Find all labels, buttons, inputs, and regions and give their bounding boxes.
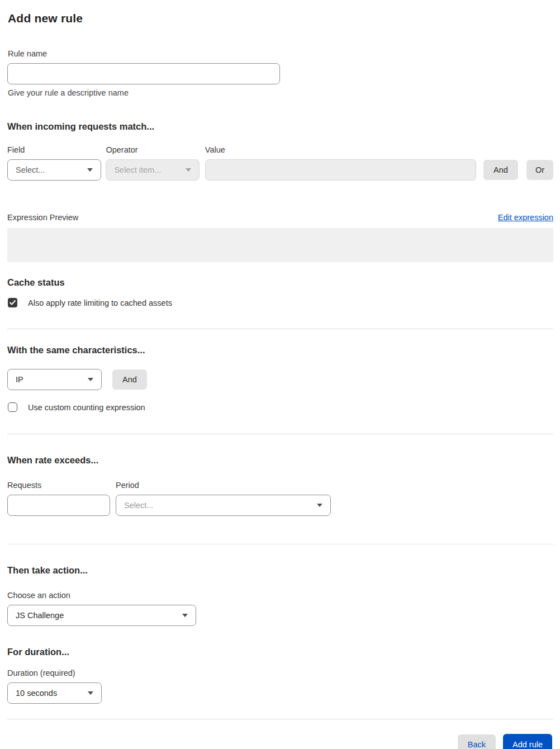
value-label: Value: [205, 145, 476, 154]
characteristics-and-button[interactable]: And: [112, 369, 147, 390]
chevron-down-icon: [88, 691, 93, 695]
choose-action-label: Choose an action: [7, 591, 553, 600]
expression-preview-label: Expression Preview: [7, 213, 78, 222]
rule-name-input[interactable]: [7, 63, 280, 84]
requests-input[interactable]: [7, 495, 110, 516]
operator-select-value: Select item...: [114, 165, 161, 174]
period-select[interactable]: Select...: [116, 495, 331, 516]
chevron-down-icon: [87, 168, 93, 172]
or-button[interactable]: Or: [526, 160, 553, 180]
characteristics-row: IP And: [7, 369, 553, 390]
duration-heading: For duration...: [7, 647, 553, 657]
chevron-down-icon: [186, 168, 191, 172]
period-select-value: Select...: [124, 501, 153, 510]
value-input: [205, 159, 476, 181]
divider: [7, 329, 553, 329]
and-button[interactable]: And: [483, 160, 518, 180]
requests-label: Requests: [7, 481, 110, 490]
requests-column: Requests: [7, 481, 110, 516]
period-label: Period: [116, 481, 331, 490]
cached-assets-checkbox[interactable]: [8, 298, 17, 307]
operator-label: Operator: [106, 145, 199, 154]
page-title: Add new rule: [8, 12, 553, 25]
add-rule-button[interactable]: Add rule: [503, 734, 552, 749]
chevron-down-icon: [317, 504, 322, 507]
back-button[interactable]: Back: [458, 734, 496, 749]
characteristics-heading: With the same characteristics...: [7, 345, 553, 355]
field-column: Field Select...: [7, 145, 101, 181]
action-heading: Then take action...: [7, 565, 553, 576]
rate-heading: When rate exceeds...: [7, 455, 553, 466]
custom-counting-checkbox[interactable]: [8, 402, 17, 412]
rule-name-helper: Give your rule a descriptive name: [8, 88, 553, 97]
divider: [7, 544, 553, 544]
duration-select-value: 10 seconds: [16, 689, 57, 698]
match-section-heading: When incoming requests match...: [7, 121, 553, 132]
expression-header: Expression Preview Edit expression: [7, 213, 553, 222]
operator-select: Select item...: [106, 159, 199, 181]
expression-preview-box: [7, 228, 553, 262]
field-label: Field: [7, 145, 101, 154]
rule-name-label: Rule name: [8, 49, 553, 58]
match-condition-row: Field Select... Operator Select item... …: [7, 145, 553, 181]
action-select-value: JS Challenge: [16, 611, 64, 620]
chevron-down-icon: [88, 378, 93, 381]
rate-row: Requests Period Select...: [7, 481, 553, 516]
characteristic-select[interactable]: IP: [7, 369, 102, 390]
chevron-down-icon: [182, 614, 188, 617]
characteristic-select-value: IP: [16, 375, 23, 384]
field-select-value: Select...: [16, 165, 45, 174]
footer-actions: Back Add rule: [7, 734, 553, 749]
period-column: Period Select...: [116, 481, 331, 516]
custom-counting-label: Use custom counting expression: [28, 403, 145, 412]
divider: [7, 719, 553, 719]
field-select[interactable]: Select...: [7, 159, 101, 181]
edit-expression-link[interactable]: Edit expression: [498, 213, 553, 222]
duration-select[interactable]: 10 seconds: [7, 682, 102, 704]
add-rule-form: Add new rule Rule name Give your rule a …: [0, 0, 560, 749]
checkmark-icon: [10, 300, 16, 305]
rule-name-group: Rule name Give your rule a descriptive n…: [7, 49, 553, 97]
operator-column: Operator Select item...: [106, 145, 199, 181]
cache-status-heading: Cache status: [7, 277, 553, 288]
divider: [7, 434, 553, 434]
cache-checkbox-row: Also apply rate limiting to cached asset…: [8, 298, 553, 307]
value-column: Value: [205, 145, 476, 181]
duration-label: Duration (required): [7, 669, 553, 677]
counting-expression-row: Use custom counting expression: [8, 402, 553, 412]
cached-assets-label: Also apply rate limiting to cached asset…: [28, 298, 172, 307]
action-select[interactable]: JS Challenge: [7, 605, 196, 626]
